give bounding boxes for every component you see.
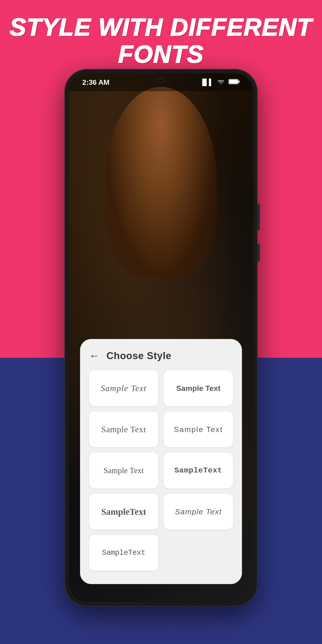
- font-card-9[interactable]: SampleText: [89, 535, 158, 571]
- headline-text: STYLE WITH DIFFERENT FONTS: [0, 14, 322, 68]
- phone-mockup: 2:36 AM ▐▌▌: [65, 69, 257, 606]
- svg-rect-2: [229, 80, 238, 84]
- headline-section: STYLE WITH DIFFERENT FONTS: [0, 14, 322, 68]
- font-sample-8: Sample Text: [175, 507, 222, 516]
- font-sample-1: Sample Text: [100, 383, 146, 393]
- phone-screen: 2:36 AM ▐▌▌: [69, 73, 253, 602]
- back-button[interactable]: ←: [89, 350, 100, 361]
- status-time: 2:36 AM: [82, 78, 110, 86]
- font-card-1[interactable]: Sample Text: [89, 370, 158, 406]
- font-sample-6: SampleText: [174, 466, 222, 475]
- font-card-3[interactable]: Sample Text: [89, 412, 158, 447]
- font-card-6[interactable]: SampleText: [164, 452, 233, 488]
- font-card-5[interactable]: Sample Text: [89, 452, 158, 488]
- phone-outer-frame: 2:36 AM ▐▌▌: [65, 69, 257, 606]
- font-card-4[interactable]: Sample Text: [164, 412, 233, 447]
- headline-line2: FONTS: [0, 40, 322, 68]
- person-silhouette: [105, 87, 217, 277]
- font-grid: Sample Text Sample Text Sample Text Samp…: [89, 370, 233, 571]
- font-sample-2: Sample Text: [176, 384, 220, 393]
- font-sample-7: SampleText: [101, 506, 146, 517]
- font-card-2[interactable]: Sample Text: [164, 370, 233, 406]
- wifi-icon: [217, 78, 225, 86]
- choose-style-modal: ← Choose Style Sample Text Sample Text S…: [80, 339, 242, 584]
- modal-header: ← Choose Style: [89, 350, 233, 361]
- signal-icon: ▐▌▌: [200, 79, 213, 86]
- font-card-8[interactable]: Sample Text: [164, 494, 233, 530]
- font-card-7[interactable]: SampleText: [89, 494, 158, 530]
- font-sample-5: Sample Text: [104, 466, 144, 475]
- headline-line1: STYLE WITH DIFFERENT: [0, 14, 322, 40]
- font-sample-4: Sample Text: [174, 425, 223, 434]
- modal-title: Choose Style: [106, 350, 172, 361]
- battery-icon: [228, 78, 240, 86]
- status-icons: ▐▌▌: [200, 78, 240, 86]
- camera-notch: [158, 78, 164, 83]
- font-sample-9: SampleText: [102, 548, 145, 557]
- font-sample-3: Sample Text: [101, 424, 146, 434]
- svg-rect-1: [238, 80, 240, 83]
